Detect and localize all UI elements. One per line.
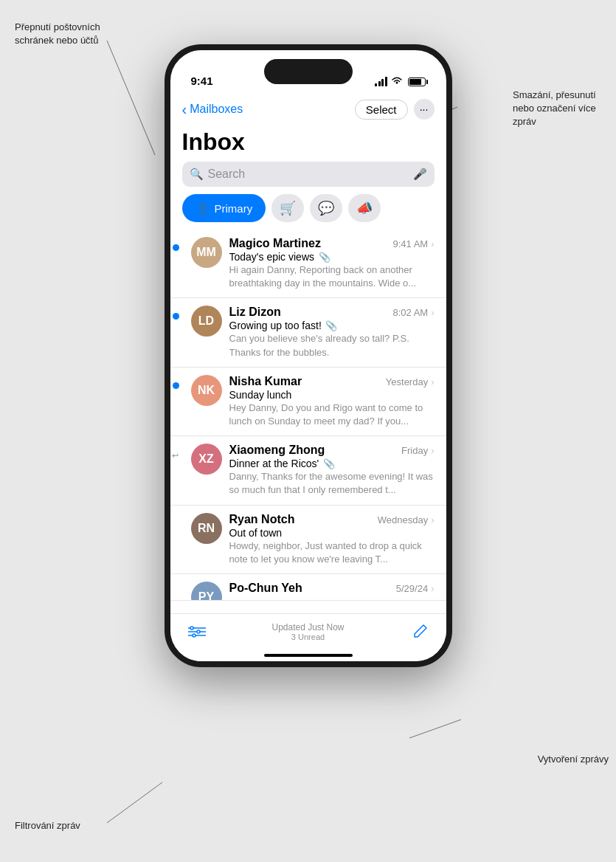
email-body: Liz Dizon8:02 AM›Growing up too fast! 📎C… — [229, 306, 435, 359]
updated-status: Updated Just Now — [271, 622, 344, 632]
email-list: MMMagico Martinez9:41 AM›Today's epic vi… — [170, 230, 446, 601]
email-time: Yesterday — [386, 376, 428, 387]
chevron-right-icon: › — [431, 445, 434, 456]
unread-dot — [173, 382, 179, 389]
email-item[interactable]: ↩XZXiaomeng ZhongFriday›Dinner at the Ri… — [170, 436, 446, 505]
select-button[interactable]: Select — [355, 100, 408, 120]
replied-icon: ↩ — [172, 451, 179, 461]
mailboxes-back-button[interactable]: ‹ Mailboxes — [182, 101, 243, 118]
email-header-row: Xiaomeng ZhongFriday› — [229, 444, 435, 457]
search-icon: 🔍 — [190, 168, 204, 181]
email-subject: Growing up too fast! 📎 — [229, 320, 435, 331]
tab-primary[interactable]: 👤 Primary — [182, 194, 266, 222]
shopping-cart-icon: 🛒 — [280, 200, 296, 216]
phone-frame: 9:41 — [165, 44, 452, 667]
signal-bar-4 — [385, 77, 387, 86]
attachment-icon: 📎 — [316, 252, 331, 263]
sender-name: Liz Dizon — [229, 306, 281, 319]
battery-fill — [409, 79, 422, 85]
tab-primary-label: Primary — [215, 202, 253, 215]
email-body: Nisha KumarYesterday›Sunday lunchHey Dan… — [229, 375, 435, 428]
sender-name: Nisha Kumar — [229, 375, 302, 388]
primary-tab-person-icon: 👤 — [195, 201, 210, 216]
svg-line-2 — [409, 720, 461, 738]
email-item[interactable]: MMMagico Martinez9:41 AM›Today's epic vi… — [170, 230, 446, 298]
email-item[interactable]: RNRyan NotchWednesday›Out of townHowdy, … — [170, 506, 446, 574]
sender-name: Ryan Notch — [229, 513, 295, 526]
email-body: Po-Chun Yeh5/29/24› — [229, 582, 435, 596]
tab-messages[interactable]: 💬 — [310, 194, 342, 222]
email-item[interactable]: LDLiz Dizon8:02 AM›Growing up too fast! … — [170, 298, 446, 367]
filter-button[interactable] — [185, 620, 209, 644]
sender-name: Po-Chun Yeh — [229, 582, 302, 595]
email-preview: Hey Danny, Do you and Rigo want to come … — [229, 401, 435, 428]
sender-name: Magico Martinez — [229, 237, 321, 250]
annotation-top-right: Smazání, přesunutí nebo označení více zp… — [513, 89, 609, 129]
email-body: Magico Martinez9:41 AM›Today's epic view… — [229, 237, 435, 290]
nav-bar: ‹ Mailboxes Select ··· — [170, 93, 446, 125]
unread-dot — [173, 313, 179, 320]
svg-point-10 — [193, 634, 195, 637]
email-time: 5/29/24 — [396, 583, 428, 594]
avatar: NK — [191, 375, 222, 406]
avatar: RN — [191, 513, 222, 544]
search-bar[interactable]: 🔍 Search 🎤 — [182, 162, 435, 187]
email-header-row: Magico Martinez9:41 AM› — [229, 237, 435, 250]
annotation-bottom-right: Vytvoření zprávy — [538, 753, 609, 766]
wifi-icon — [391, 76, 403, 87]
avatar: MM — [191, 237, 222, 268]
signal-bar-3 — [381, 79, 384, 86]
tab-promotions[interactable]: 📣 — [348, 194, 381, 222]
email-preview: Danny, Thanks for the awesome evening! I… — [229, 470, 435, 497]
more-button[interactable]: ··· — [414, 99, 435, 120]
signal-bar-2 — [378, 81, 381, 86]
chevron-right-icon: › — [431, 307, 434, 318]
back-arrow-icon: ‹ — [182, 101, 187, 118]
svg-line-3 — [107, 782, 162, 823]
page-wrapper: Přepnutí poštovních schránek nebo účtů S… — [0, 0, 616, 862]
chevron-right-icon: › — [431, 376, 434, 387]
email-time: 8:02 AM — [392, 307, 428, 318]
chevron-right-icon: › — [431, 583, 434, 594]
filter-tabs: 👤 Primary 🛒 💬 📣 — [170, 194, 446, 230]
email-header-row: Nisha KumarYesterday› — [229, 375, 435, 388]
attachment-icon: 📎 — [323, 320, 338, 331]
email-preview: Hi again Danny, Reporting back on anothe… — [229, 263, 435, 290]
email-item[interactable]: NKNisha KumarYesterday›Sunday lunchHey D… — [170, 368, 446, 436]
status-icons — [375, 76, 426, 87]
email-body: Ryan NotchWednesday›Out of townHowdy, ne… — [229, 513, 435, 566]
status-time: 9:41 — [191, 75, 213, 87]
home-indicator — [264, 654, 353, 657]
email-subject: Out of town — [229, 527, 435, 539]
unread-dot — [173, 244, 179, 251]
email-meta: 8:02 AM› — [392, 307, 434, 318]
email-subject: Today's epic views 📎 — [229, 251, 435, 263]
battery-icon — [408, 77, 426, 86]
email-preview: Howdy, neighbor, Just wanted to drop a q… — [229, 539, 435, 566]
email-time: Friday — [401, 445, 428, 456]
avatar: LD — [191, 306, 222, 337]
signal-bars-icon — [375, 77, 387, 86]
email-item[interactable]: PYPo-Chun Yeh5/29/24› — [170, 574, 446, 601]
email-header-row: Po-Chun Yeh5/29/24› — [229, 582, 435, 595]
email-body: Xiaomeng ZhongFriday›Dinner at the Ricos… — [229, 444, 435, 497]
chevron-right-icon: › — [431, 238, 434, 249]
email-subject: Sunday lunch — [229, 389, 435, 401]
signal-bar-1 — [375, 83, 377, 86]
email-time: 9:41 AM — [392, 238, 428, 249]
avatar: PY — [191, 582, 222, 601]
tab-shopping[interactable]: 🛒 — [271, 194, 304, 222]
microphone-icon[interactable]: 🎤 — [413, 168, 427, 181]
sender-name: Xiaomeng Zhong — [229, 444, 325, 457]
dynamic-island — [264, 59, 353, 84]
search-placeholder: Search — [208, 168, 409, 181]
mailboxes-label: Mailboxes — [190, 103, 243, 116]
annotation-top-left: Přepnutí poštovních schránek nebo účtů — [15, 21, 103, 47]
svg-point-4 — [190, 627, 193, 630]
email-header-row: Liz Dizon8:02 AM› — [229, 306, 435, 319]
email-preview: Can you believe she's already so tall? P… — [229, 332, 435, 359]
email-meta: 5/29/24› — [396, 583, 435, 594]
chevron-right-icon: › — [431, 514, 434, 525]
compose-button[interactable] — [408, 620, 432, 644]
inbox-title: Inbox — [170, 125, 446, 162]
